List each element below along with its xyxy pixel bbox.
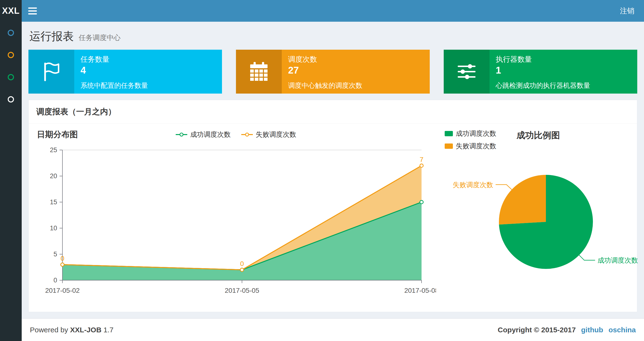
swatch-icon (445, 144, 453, 149)
info-box-body: 执行器数量 1 心跳检测成功的执行器机器数量 (490, 50, 637, 94)
y-tick-label: 20 (50, 172, 57, 180)
y-tick-label: 10 (50, 224, 57, 232)
legend-item-fail[interactable]: 失败调度次数 (241, 130, 296, 139)
legend-label: 失败调度次数 (256, 130, 296, 139)
line-chart-title: 日期分布图 (36, 130, 78, 139)
pie-label-success: 成功调度次数 (598, 257, 638, 264)
pie-label-line (579, 255, 595, 260)
y-tick-label: 15 (50, 198, 57, 206)
x-tick-label: 2017-05-05 (225, 287, 259, 294)
fail-point-label: 0 (240, 260, 244, 267)
copyright: Copyright © 2015-2017 (498, 326, 576, 334)
sidebar-item-4[interactable] (0, 88, 22, 110)
info-box-number: 27 (288, 65, 423, 76)
success-ratio-pie-chart: 失败调度次数成功调度次数 (445, 151, 642, 305)
app-logo[interactable]: XXL (0, 0, 22, 22)
info-box-row: 任务数量 4 系统中配置的任务数量 (28, 50, 637, 94)
calendar-icon (236, 50, 282, 94)
info-box-title: 任务数量 (80, 55, 216, 64)
info-box-title: 调度次数 (288, 55, 423, 64)
page-subtitle: 任务调度中心 (78, 34, 120, 42)
date-distribution-chart: 05101520252017-05-022017-05-052017-05-08… (36, 142, 436, 298)
info-box-number: 1 (496, 65, 631, 76)
pie-chart-title: 成功比例图 (516, 130, 560, 141)
info-box-desc: 心跳检测成功的执行器机器数量 (496, 81, 631, 90)
panel-body: 日期分布图 成功调度次数 失败调度次数 0510152 (29, 124, 637, 312)
sliders-icon (444, 50, 490, 94)
app-root: XXL 注销 运行报表 任务调度中心 (0, 0, 644, 341)
success-point[interactable] (420, 200, 423, 204)
oschina-link[interactable]: oschina (608, 326, 636, 334)
legend-item-fail[interactable]: 失败调度次数 (445, 142, 496, 151)
brand-name: XXL-JOB (70, 326, 102, 334)
hamburger-icon (28, 13, 37, 15)
circle-icon (8, 30, 14, 36)
circle-icon (8, 52, 14, 58)
line-chart-section: 日期分布图 成功调度次数 失败调度次数 0510152 (36, 129, 436, 305)
sidebar-item-3[interactable] (0, 66, 22, 88)
y-tick-label: 25 (50, 146, 57, 154)
circle-icon (8, 96, 14, 103)
info-box-body: 任务数量 4 系统中配置的任务数量 (74, 50, 222, 94)
sidebar-item-1[interactable] (0, 22, 22, 44)
legend-item-success[interactable]: 成功调度次数 (445, 129, 496, 138)
pie-label-fail: 失败调度次数 (453, 181, 493, 189)
sidebar-item-2[interactable] (0, 44, 22, 66)
pie-label-line (496, 185, 512, 190)
fail-point-label: 0 (60, 255, 64, 262)
info-box-title: 执行器数量 (496, 55, 631, 64)
fail-point[interactable] (240, 268, 244, 271)
pie-slice-fail[interactable] (499, 175, 546, 224)
flag-icon (28, 50, 74, 94)
panel-title: 调度报表（一月之内） (29, 100, 637, 124)
version: 1.7 (104, 326, 114, 334)
pie-chart-legend: 成功调度次数 失败调度次数 (445, 129, 496, 151)
legend-label: 失败调度次数 (456, 142, 496, 151)
line-marker-icon (241, 132, 253, 137)
info-box-triggers: 调度次数 27 调度中心触发的调度次数 (236, 50, 430, 94)
sidebar (0, 22, 22, 341)
page-title: 运行报表 (30, 30, 74, 43)
hamburger-icon (28, 10, 37, 12)
powered-by: Powered by XXL-JOB 1.7 (30, 326, 114, 334)
legend-label: 成功调度次数 (456, 129, 496, 138)
info-box-desc: 系统中配置的任务数量 (80, 81, 216, 90)
hamburger-icon (28, 8, 37, 9)
fail-point[interactable] (420, 164, 423, 167)
circle-icon (8, 74, 14, 80)
x-tick-label: 2017-05-08 (404, 287, 436, 294)
legend-label: 成功调度次数 (190, 130, 231, 139)
x-tick-label: 2017-05-02 (45, 287, 80, 294)
top-navbar: XXL 注销 (0, 0, 644, 22)
swatch-icon (445, 131, 453, 136)
pie-chart-section: 成功调度次数 失败调度次数 成功比例图 失败调度次数成功调度次数 (436, 129, 642, 305)
legend-item-success[interactable]: 成功调度次数 (176, 130, 231, 139)
y-tick-label: 5 (54, 251, 57, 258)
report-panel: 调度报表（一月之内） 日期分布图 成功调度次数 失败调度次数 (28, 100, 637, 312)
info-box-executors: 执行器数量 1 心跳检测成功的执行器机器数量 (444, 50, 637, 94)
page-header: 运行报表 任务调度中心 (22, 22, 644, 50)
info-box-number: 4 (80, 65, 216, 76)
info-box-jobs: 任务数量 4 系统中配置的任务数量 (28, 50, 222, 94)
line-marker-icon (176, 132, 187, 137)
footer: Powered by XXL-JOB 1.7 Copyright © 2015-… (22, 318, 644, 341)
sidebar-toggle-button[interactable] (22, 0, 44, 22)
y-tick-label: 0 (54, 277, 57, 284)
logout-link[interactable]: 注销 (610, 0, 644, 22)
line-chart-legend: 成功调度次数 失败调度次数 (176, 130, 296, 139)
info-box-body: 调度次数 27 调度中心触发的调度次数 (282, 50, 430, 94)
fail-point[interactable] (61, 263, 64, 266)
github-link[interactable]: github (581, 326, 603, 334)
main-content: 运行报表 任务调度中心 任务数量 4 系统中配置的任务数量 (22, 22, 644, 341)
fail-point-label: 7 (420, 156, 424, 163)
info-box-desc: 调度中心触发的调度次数 (288, 81, 423, 90)
